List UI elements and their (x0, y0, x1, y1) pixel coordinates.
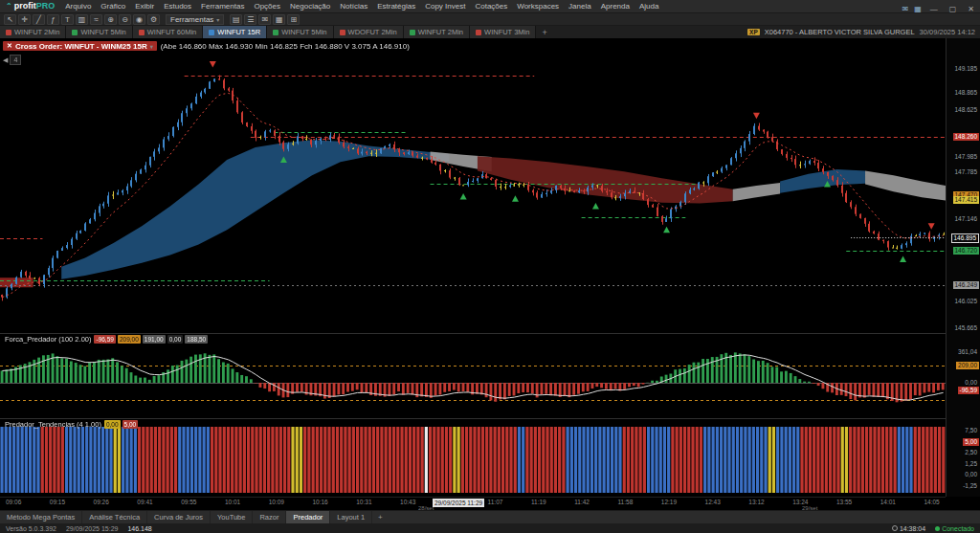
main-price-chart[interactable] (0, 38, 946, 333)
trend-panel-badges: 0,005,00 (104, 420, 138, 429)
trend-panel-title-row: Predador_Tendencias (4 1.00) 0,005,00 (5, 420, 138, 429)
force-predador-indicator-chart[interactable] (0, 333, 946, 418)
close-button[interactable]: ✕ (962, 5, 980, 13)
apps-grid-icon[interactable]: ▦ (911, 5, 924, 13)
cross-order-badge[interactable]: ✕ Cross Order: WINFUT - WINM25 15R ▾ (3, 41, 157, 51)
chart-tab-winfut-2min-6[interactable]: WINFUT 2Min (404, 26, 470, 38)
menu-item-exibir[interactable]: Exibir (130, 2, 159, 11)
workspace-tab-layout-1[interactable]: Layout 1 (330, 511, 372, 523)
status-right: 14:38:04 Conectado (892, 525, 974, 532)
menu-item-ajuda[interactable]: Ajuda (635, 2, 663, 11)
menu-item-ferramentas[interactable]: Ferramentas (196, 2, 249, 11)
close-icon[interactable]: ✕ (7, 42, 12, 50)
trading-platform-window: ⌃ profitPRO ArquivoGráficoExibirEstudosF… (0, 0, 980, 533)
account-info: XP X064770 - ALBERTO VICTOR SILVA GURGEL… (747, 28, 980, 36)
chart-tab-winfut-3min-7[interactable]: WINFUT 3Min (470, 26, 536, 38)
time-label-6: 10:09 (269, 499, 284, 505)
ferramentas-dropdown[interactable]: Ferramentas ▾ (166, 14, 224, 25)
chart-nav: ◀ 4 (3, 55, 21, 65)
force-axis-label-0: 361,04 (956, 348, 979, 356)
zoom-out-icon[interactable]: ⊖ (119, 14, 131, 25)
force-badge-0: -96,59 (94, 335, 115, 344)
time-cursor-box: 29/09/2025 11:29 (433, 499, 484, 507)
grid-icon[interactable]: ▦ (273, 14, 285, 25)
maximize-button[interactable]: ▢ (944, 5, 963, 13)
chart-tab-winfut-5min-4[interactable]: WINFUT 5Min (267, 26, 333, 38)
ohlc-readout: (Abe 146.860 Máx 146.930 Mín 146.825 Fch… (161, 42, 410, 51)
workspace-tab-curva-de-juros[interactable]: Curva de Juros (147, 511, 211, 523)
chart-icon (340, 30, 345, 35)
menu-item-estudos[interactable]: Estudos (159, 2, 196, 11)
layout-icon[interactable]: ▤ (230, 14, 242, 25)
chart-icon (139, 30, 145, 35)
workspace-tab-predador[interactable]: Predador (286, 511, 330, 523)
price-label-13: 145.665 (953, 324, 980, 332)
menu-item-workspaces[interactable]: Workspaces (512, 2, 564, 11)
news-panel-icon[interactable]: ✉ (258, 14, 271, 25)
price-label-1: 148.865 (953, 89, 980, 97)
menu-item-negociacao[interactable]: Negociação (285, 2, 335, 11)
workspace-tab-metodo-mega-pontas[interactable]: Método Mega Pontas (0, 511, 82, 523)
connection-status: Conectado (935, 525, 974, 532)
time-label-18: 13:24 (792, 499, 808, 505)
chart-tab-winfut-60min-2[interactable]: WINFUT 60Min (133, 26, 204, 38)
status-bar: Versão 5.0.3.392 29/09/2025 15:29 146.14… (0, 523, 980, 533)
trendline-tool-icon[interactable]: ╱ (33, 14, 45, 25)
menu-item-aprenda[interactable]: Aprenda (596, 2, 635, 11)
chart-title-row: ✕ Cross Order: WINFUT - WINM25 15R ▾ (Ab… (3, 41, 410, 51)
chart-tab-winfut-5min-1[interactable]: WINFUT 5Min (66, 26, 132, 38)
menu-item-opcoes[interactable]: Opções (249, 2, 285, 11)
time-axis[interactable]: 09:0609:1509:2609:4109:5510:0110:0910:16… (0, 497, 946, 510)
chart-tab-winfut-2min-0[interactable]: WINFUT 2Min (0, 26, 66, 38)
indicators-icon[interactable]: ≈ (90, 14, 102, 25)
settings-icon[interactable]: ⚙ (147, 14, 160, 25)
menu-item-copy-invest[interactable]: Copy Invest (420, 2, 470, 11)
predador-tendencias-indicator-chart[interactable] (0, 418, 946, 497)
menu-item-arquivo[interactable]: Arquivo (60, 2, 96, 11)
workspace-tab-youtube[interactable]: YouTube (211, 511, 253, 523)
broker-logo-icon: XP (747, 29, 760, 35)
chart-tab-label: WINFUT 15R (217, 28, 260, 36)
candlestick-type-icon[interactable]: ▥ (76, 14, 88, 25)
cursor-tool-icon[interactable]: ↖ (4, 14, 16, 25)
menu-item-grafico[interactable]: Gráfico (96, 2, 130, 11)
price-label-9: 146.895 (951, 233, 980, 243)
chart-tab-label: WINFUT 5Min (281, 28, 326, 36)
chart-tab-winfut-15r-3[interactable]: WINFUT 15R (203, 26, 267, 38)
snapshot-icon[interactable]: ◉ (133, 14, 145, 25)
add-chart-tab-button[interactable]: + (536, 28, 552, 37)
version-label: Versão 5.0.3.392 (6, 525, 56, 532)
chart-tab-wdofut-2min-5[interactable]: WDOFUT 2Min (334, 26, 404, 38)
watchlist-icon[interactable]: ☰ (244, 14, 256, 25)
status-date: 29/09/2025 15:29 (66, 525, 119, 532)
trend-axis-label-3: 1,25 (963, 460, 979, 468)
zoom-in-icon[interactable]: ⊕ (104, 14, 117, 25)
chart-tab-bar: WINFUT 2MinWINFUT 5MinWINFUT 60MinWINFUT… (0, 26, 980, 38)
main-menu: ArquivoGráficoExibirEstudosFerramentasOp… (60, 0, 663, 12)
messages-icon[interactable]: ✉ (899, 5, 911, 13)
add-workspace-tab-button[interactable]: + (372, 513, 389, 522)
menu-item-cotacoes[interactable]: Cotações (470, 2, 512, 11)
price-label-11: 146.249 (953, 281, 980, 289)
trend-axis-label-2: 2,50 (963, 449, 979, 456)
price-label-10: 146.720 (953, 247, 980, 255)
menu-item-noticias[interactable]: Notícias (335, 2, 372, 11)
workspace-tabs: Método Mega PontasAnálise TécnicaCurva d… (0, 511, 372, 523)
chevron-down-icon[interactable]: ▾ (150, 43, 153, 50)
fibonacci-tool-icon[interactable]: ƒ (47, 14, 59, 25)
workspace-tab-analise-tecnica[interactable]: Análise Técnica (82, 511, 147, 523)
new-window-icon[interactable]: ⊞ (287, 14, 300, 25)
text-tool-icon[interactable]: T (61, 14, 74, 25)
menu-item-janela[interactable]: Janela (564, 2, 596, 11)
chart-nav-prev-icon[interactable]: ◀ (3, 56, 8, 64)
force-panel-title: Forca_Predador (100 2.00) (5, 335, 91, 344)
price-axis[interactable]: 149.185148.865148.625148.260147.985147.7… (946, 38, 980, 497)
trend-axis-label-4: 0,00 (963, 471, 979, 478)
crosshair-tool-icon[interactable]: ✛ (18, 14, 31, 25)
menu-item-estrategias[interactable]: Estratégias (372, 2, 420, 11)
price-label-5: 147.785 (953, 168, 980, 176)
force-panel-badges: -96,59209,00191,000,00188,50 (94, 335, 208, 344)
chart-icon (273, 30, 278, 35)
minimize-button[interactable]: — (924, 5, 944, 13)
workspace-tab-razor[interactable]: Razor (253, 511, 286, 523)
